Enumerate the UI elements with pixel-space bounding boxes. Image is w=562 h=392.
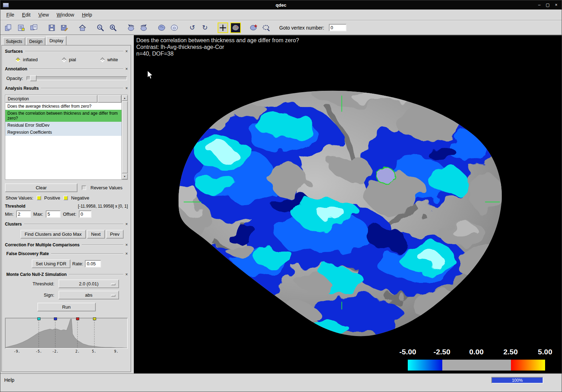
copy-page-icon[interactable] [16, 23, 26, 33]
surface-viewport[interactable]: Does the correlation between thickness a… [134, 35, 562, 373]
opacity-slider-trough[interactable] [26, 76, 127, 80]
table-row[interactable]: Residual Error StdDev [5, 122, 121, 129]
toolbar: ↺ ↻ Goto vertex number: [0, 21, 562, 35]
title-bar: qdec – ▢ × [0, 0, 562, 10]
min-input[interactable] [16, 210, 31, 218]
minimize-icon[interactable]: – [536, 2, 543, 8]
zoom-out-icon[interactable] [95, 23, 106, 33]
table-row[interactable]: Regression Coefficients [5, 129, 121, 136]
histogram-marker-min-negative[interactable] [37, 317, 40, 320]
goto-vertex-input[interactable] [329, 24, 346, 31]
reverse-values-checkbox[interactable] [82, 185, 86, 190]
description-column-header[interactable]: Description [5, 95, 98, 103]
save-icon[interactable] [46, 23, 57, 33]
analysis-section-header: Analysis Results × [5, 86, 128, 91]
tab-display[interactable]: Display [46, 36, 66, 45]
menu-help[interactable]: Help [78, 10, 96, 19]
fdr-title: False Discovery Rate [6, 251, 49, 256]
home-icon[interactable] [77, 23, 88, 33]
mc-sign-select[interactable]: abs [58, 291, 119, 299]
menu-view[interactable]: View [35, 10, 53, 19]
copy-icon[interactable] [3, 23, 14, 33]
close-panel-icon[interactable]: × [125, 252, 128, 255]
rate-label: Rate: [72, 261, 83, 266]
brain-lateral-icon[interactable] [156, 23, 167, 33]
run-button[interactable]: Run [37, 303, 96, 311]
clear-button[interactable]: Clear [5, 183, 77, 192]
close-panel-icon[interactable]: × [125, 273, 128, 276]
menu-file[interactable]: File [2, 10, 18, 19]
tab-design[interactable]: Design [26, 37, 45, 45]
mc-threshold-select[interactable]: 2.0 (0.01) [58, 279, 119, 288]
brain-surface-render[interactable] [134, 35, 562, 373]
positive-label: Positive [44, 195, 61, 201]
redo-icon[interactable]: ↻ [200, 23, 210, 33]
correction-title: Correction For Multiple Comparisons [5, 242, 80, 247]
rate-input[interactable] [85, 260, 101, 267]
radio-indicator-icon [100, 57, 105, 62]
clusters-buttons-row: Find Clusters and Goto Max Next Prev [5, 230, 128, 239]
set-using-fdr-button[interactable]: Set Using FDR [32, 259, 71, 268]
marker-select-icon[interactable] [261, 23, 271, 33]
divider [69, 274, 123, 275]
colorbar-label: 0.00 [469, 348, 484, 356]
close-panel-icon[interactable]: × [125, 67, 128, 71]
histogram-marker-max-positive[interactable] [93, 317, 96, 320]
brain-medial-icon[interactable] [169, 23, 180, 33]
positive-checkbox[interactable] [37, 196, 41, 200]
panel-tabs: Subjects Design Display [0, 35, 133, 45]
tab-subjects[interactable]: Subjects [3, 37, 25, 45]
option-menu-indicator-icon [111, 295, 115, 297]
rotate-right-icon[interactable] [138, 23, 149, 33]
control-panel: Subjects Design Display Surfaces × infla… [0, 35, 133, 373]
histogram-marker-positive[interactable] [76, 317, 79, 320]
close-panel-icon[interactable]: × [125, 222, 128, 226]
overlay-info: Does the correlation between thickness a… [136, 37, 299, 57]
close-icon[interactable]: × [552, 2, 560, 8]
prev-cluster-button[interactable]: Prev [106, 230, 124, 239]
menu-window[interactable]: Window [53, 10, 78, 19]
selected-cluster-patch[interactable] [376, 167, 395, 184]
marker-add-icon[interactable] [248, 23, 259, 33]
radio-pial[interactable]: pial [62, 57, 76, 62]
scrollbar-thumb[interactable] [122, 101, 128, 173]
offset-input[interactable] [79, 210, 92, 218]
radio-white[interactable]: white [101, 57, 118, 62]
surface-edit-tool-icon[interactable] [230, 23, 241, 33]
show-values-row: Show Values: Positive Negative [5, 195, 128, 201]
undo-icon[interactable]: ↺ [187, 23, 198, 33]
histogram-plot[interactable] [5, 318, 128, 349]
negative-checkbox[interactable] [63, 196, 68, 200]
save-as-icon[interactable] [59, 23, 70, 33]
histogram-marker-negative[interactable] [54, 317, 57, 320]
maximize-icon[interactable]: ▢ [544, 2, 551, 8]
scroll-up-icon[interactable]: ▲ [122, 95, 128, 101]
max-label: Max: [33, 211, 43, 217]
radio-indicator-icon [15, 57, 20, 62]
mc-run-row: Run [5, 303, 128, 311]
opacity-slider-handle[interactable] [30, 75, 37, 81]
close-panel-icon[interactable]: × [125, 87, 128, 90]
close-panel-icon[interactable]: × [125, 243, 128, 247]
next-cluster-button[interactable]: Next [87, 230, 105, 239]
table-row-selected[interactable]: Does the correlation between thickness a… [5, 110, 121, 122]
radio-inflated[interactable]: inflated [16, 57, 38, 62]
progress-bar: 100% [491, 377, 543, 384]
radio-inflated-label: inflated [23, 57, 38, 62]
crosshair-tool-icon[interactable] [218, 23, 228, 33]
rotate-left-icon[interactable] [126, 23, 136, 33]
menu-edit[interactable]: Edit [18, 10, 35, 19]
close-panel-icon[interactable]: × [125, 50, 128, 53]
opacity-slider[interactable] [26, 75, 127, 82]
zoom-in-icon[interactable] [108, 23, 118, 33]
max-input[interactable] [46, 210, 61, 218]
surfaces-section-header: Surfaces × [5, 49, 128, 54]
scroll-down-icon[interactable]: ▼ [122, 173, 128, 179]
axis-tick: 9. [114, 349, 118, 353]
status-bar: Help 100% [0, 373, 562, 392]
table-row[interactable]: Does the average thickness differ from z… [5, 103, 121, 110]
find-clusters-button[interactable]: Find Clusters and Goto Max [20, 230, 86, 239]
mc-sign-value: abs [85, 292, 93, 298]
table-scrollbar[interactable]: ▲ ▼ [121, 95, 127, 179]
duplicate-icon[interactable] [29, 23, 39, 33]
